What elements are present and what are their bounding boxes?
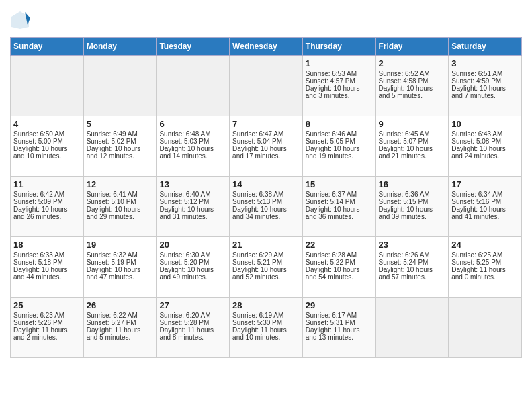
day-info: Sunset: 5:13 PM [232,198,300,205]
weekday-header: Thursday [302,38,375,56]
day-number: 1 [306,58,373,68]
day-info: Sunset: 5:09 PM [13,198,81,205]
day-info: Sunrise: 6:53 AM [306,70,373,77]
day-info: Daylight: 10 hours [379,85,446,92]
weekday-header: Tuesday [157,38,230,56]
day-info: and 31 minutes. [159,213,226,220]
day-info: Daylight: 10 hours [232,145,300,152]
calendar-week-row: 11Sunrise: 6:42 AMSunset: 5:09 PMDayligh… [11,177,522,237]
day-info: Daylight: 10 hours [159,145,226,152]
day-info: Sunset: 5:20 PM [159,259,226,266]
day-info: Daylight: 10 hours [159,266,226,273]
day-info: Daylight: 10 hours [13,266,81,273]
day-info: Sunset: 5:15 PM [379,198,446,205]
day-info: Sunrise: 6:26 AM [379,251,446,259]
calendar-cell: 19Sunrise: 6:32 AMSunset: 5:19 PMDayligh… [83,237,157,298]
day-info: Sunset: 5:31 PM [306,319,373,326]
day-number: 4 [13,119,81,129]
day-number: 25 [13,300,81,310]
day-info: Daylight: 11 hours [87,326,154,334]
calendar-cell [83,56,157,116]
day-info: Daylight: 10 hours [13,145,81,152]
day-info: Daylight: 11 hours [232,326,300,334]
day-info: Sunset: 5:08 PM [451,138,519,145]
day-info: Sunset: 5:02 PM [87,138,154,145]
day-info: Sunrise: 6:36 AM [379,191,446,198]
day-number: 14 [232,179,300,189]
calendar-cell: 16Sunrise: 6:36 AMSunset: 5:15 PMDayligh… [375,177,449,237]
day-info: and 39 minutes. [379,213,446,220]
day-number: 5 [87,119,154,129]
day-info: Daylight: 10 hours [379,266,446,273]
day-info: Sunrise: 6:47 AM [232,130,300,138]
day-info: Sunset: 5:04 PM [232,138,300,145]
day-number: 12 [87,179,154,189]
calendar-cell: 22Sunrise: 6:28 AMSunset: 5:22 PMDayligh… [302,237,375,298]
day-info: Sunset: 5:25 PM [451,259,519,266]
day-info: and 36 minutes. [306,213,373,220]
calendar-cell: 3Sunrise: 6:51 AMSunset: 4:59 PMDaylight… [449,56,522,116]
calendar-cell: 10Sunrise: 6:43 AMSunset: 5:08 PMDayligh… [449,116,522,177]
calendar-cell: 14Sunrise: 6:38 AMSunset: 5:13 PMDayligh… [230,177,303,237]
day-info: Sunrise: 6:20 AM [159,312,226,319]
day-number: 13 [159,179,226,189]
day-info: Sunrise: 6:51 AM [451,70,519,77]
day-info: and 10 minutes. [13,152,81,160]
calendar-week-row: 25Sunrise: 6:23 AMSunset: 5:26 PMDayligh… [11,298,522,358]
day-info: Daylight: 10 hours [87,145,154,152]
day-info: Sunrise: 6:30 AM [159,251,226,259]
day-number: 24 [451,240,519,250]
calendar-cell: 20Sunrise: 6:30 AMSunset: 5:20 PMDayligh… [157,237,230,298]
day-info: Sunrise: 6:46 AM [306,130,373,138]
day-number: 15 [306,179,373,189]
weekday-header: Friday [375,38,449,56]
calendar-cell: 17Sunrise: 6:34 AMSunset: 5:16 PMDayligh… [449,177,522,237]
calendar-cell: 28Sunrise: 6:19 AMSunset: 5:30 PMDayligh… [230,298,303,358]
day-info: and 57 minutes. [379,273,446,281]
calendar-cell: 13Sunrise: 6:40 AMSunset: 5:12 PMDayligh… [157,177,230,237]
day-info: Sunset: 4:57 PM [306,77,373,85]
day-info: and 29 minutes. [87,213,154,220]
day-info: and 47 minutes. [87,273,154,281]
day-info: Daylight: 10 hours [232,205,300,213]
day-info: Sunrise: 6:19 AM [232,312,300,319]
calendar-cell: 2Sunrise: 6:52 AMSunset: 4:58 PMDaylight… [375,56,449,116]
day-info: Sunrise: 6:43 AM [451,130,519,138]
calendar-week-row: 18Sunrise: 6:33 AMSunset: 5:18 PMDayligh… [11,237,522,298]
day-info: Daylight: 11 hours [306,326,373,334]
day-number: 23 [379,240,446,250]
day-info: Sunrise: 6:32 AM [87,251,154,259]
day-info: Sunrise: 6:33 AM [13,251,81,259]
day-info: Sunset: 5:00 PM [13,138,81,145]
day-info: Daylight: 10 hours [87,266,154,273]
calendar-cell: 18Sunrise: 6:33 AMSunset: 5:18 PMDayligh… [11,237,84,298]
day-info: and 49 minutes. [159,273,226,281]
day-info: Sunrise: 6:29 AM [232,251,300,259]
day-info: Sunset: 5:12 PM [159,198,226,205]
day-info: Sunrise: 6:25 AM [451,251,519,259]
day-info: Daylight: 10 hours [451,205,519,213]
day-info: and 34 minutes. [232,213,300,220]
day-info: Daylight: 11 hours [13,326,81,334]
calendar-header-row: SundayMondayTuesdayWednesdayThursdayFrid… [11,38,522,56]
day-number: 6 [159,119,226,129]
day-info: Sunrise: 6:40 AM [159,191,226,198]
day-info: Daylight: 10 hours [379,145,446,152]
calendar-cell: 29Sunrise: 6:17 AMSunset: 5:31 PMDayligh… [302,298,375,358]
day-info: and 52 minutes. [232,273,300,281]
day-info: Sunrise: 6:52 AM [379,70,446,77]
day-info: and 7 minutes. [451,92,519,99]
page-header [10,10,522,30]
day-info: Sunrise: 6:34 AM [451,191,519,198]
day-number: 28 [232,300,300,310]
day-info: and 12 minutes. [87,152,154,160]
day-info: and 26 minutes. [13,213,81,220]
day-info: and 10 minutes. [232,334,300,341]
weekday-header: Saturday [449,38,522,56]
day-info: Sunset: 5:10 PM [87,198,154,205]
day-number: 21 [232,240,300,250]
day-info: Daylight: 10 hours [306,266,373,273]
day-info: Daylight: 11 hours [159,326,226,334]
day-info: Sunset: 5:28 PM [159,319,226,326]
day-info: Sunrise: 6:23 AM [13,312,81,319]
